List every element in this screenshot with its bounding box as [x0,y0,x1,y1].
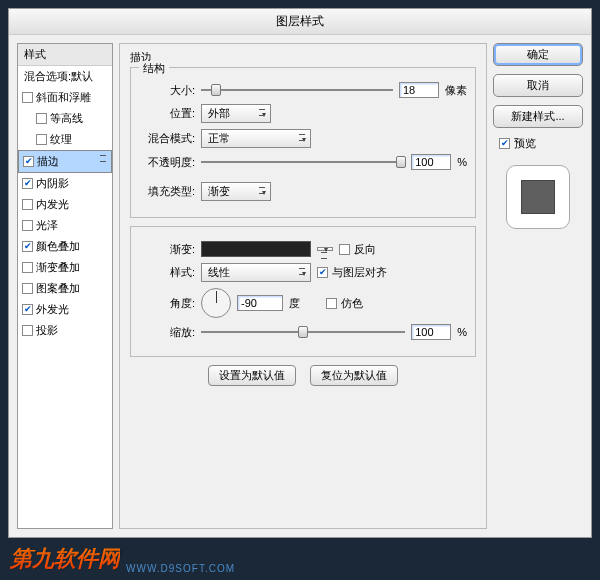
opacity-slider[interactable] [201,155,405,169]
sidebar-item[interactable]: 图案叠加 [18,278,112,299]
blendmode-select[interactable]: 正常▾ [201,129,311,148]
structure-legend: 结构 [139,61,169,76]
ok-button[interactable]: 确定 [493,43,583,66]
sidebar-item[interactable]: 外发光 [18,299,112,320]
angle-unit: 度 [289,296,300,311]
blendmode-label: 混合模式: [139,131,195,146]
dither-checkbox[interactable]: 仿色 [326,296,363,311]
size-label: 大小: [139,83,195,98]
align-checkbox[interactable]: 与图层对齐 [317,265,387,280]
angle-dial[interactable] [201,288,231,318]
preview-checkbox[interactable]: 预览 [499,136,583,151]
size-slider[interactable] [201,83,393,97]
styles-sidebar: 样式 混合选项:默认 斜面和浮雕等高线纹理描边内阴影内发光光泽颜色叠加渐变叠加图… [17,43,113,529]
preview-square-icon [521,180,555,214]
sidebar-item-label: 颜色叠加 [36,239,80,254]
opacity-unit: % [457,156,467,168]
opacity-input[interactable]: 100 [411,154,451,170]
make-default-button[interactable]: 设置为默认值 [208,365,296,386]
position-label: 位置: [139,106,195,121]
sidebar-item[interactable]: 渐变叠加 [18,257,112,278]
scale-unit: % [457,326,467,338]
position-select[interactable]: 外部▾ [201,104,271,123]
sidebar-item-label: 纹理 [50,132,72,147]
sidebar-item[interactable]: 描边 [18,150,112,173]
align-chk-box [317,267,328,278]
checkbox-icon [22,304,33,315]
scale-label: 缩放: [139,325,195,340]
style-label: 样式: [139,265,195,280]
new-style-button[interactable]: 新建样式... [493,105,583,128]
sidebar-item[interactable]: 纹理 [18,129,112,150]
preview-chk-box [499,138,510,149]
gradient-label: 渐变: [139,242,195,257]
stroke-panel: 描边 结构 大小: 18 像素 位置: 外部▾ 混合模式: 正 [119,43,487,529]
sidebar-item[interactable]: 等高线 [18,108,112,129]
dialog-title: 图层样式 [9,9,591,35]
checkbox-icon [22,178,33,189]
angle-label: 角度: [139,296,195,311]
style-select[interactable]: 线性▾ [201,263,311,282]
preview-swatch [506,165,570,229]
sidebar-item-label: 等高线 [50,111,83,126]
gradient-dropdown[interactable]: ▾ [317,247,333,251]
sidebar-item-label: 投影 [36,323,58,338]
sidebar-item[interactable]: 内阴影 [18,173,112,194]
reset-default-button[interactable]: 复位为默认值 [310,365,398,386]
sidebar-item[interactable]: 光泽 [18,215,112,236]
watermark: 第九软件网 WWW.D9SOFT.COM [10,544,235,574]
checkbox-icon [22,283,33,294]
checkbox-icon [36,113,47,124]
sidebar-item-label: 光泽 [36,218,58,233]
cancel-button[interactable]: 取消 [493,74,583,97]
sidebar-item-label: 外发光 [36,302,69,317]
checkbox-icon [22,262,33,273]
checkbox-icon [22,241,33,252]
size-input[interactable]: 18 [399,82,439,98]
sidebar-item[interactable]: 颜色叠加 [18,236,112,257]
panel-title: 描边 [130,50,476,65]
checkbox-icon [22,199,33,210]
watermark-en: WWW.D9SOFT.COM [126,563,235,574]
fill-group: 渐变: ▾ 反向 样式: 线性▾ 与图层对齐 [130,226,476,357]
dither-chk-box [326,298,337,309]
angle-input[interactable]: -90 [237,295,283,311]
size-unit: 像素 [445,83,467,98]
reverse-checkbox[interactable]: 反向 [339,242,376,257]
sidebar-item-label: 内阴影 [36,176,69,191]
scale-slider[interactable] [201,325,405,339]
checkbox-icon [23,156,34,167]
sidebar-item-label: 斜面和浮雕 [36,90,91,105]
sidebar-blend-options[interactable]: 混合选项:默认 [18,66,112,87]
reverse-chk-box [339,244,350,255]
structure-group: 结构 大小: 18 像素 位置: 外部▾ 混合模式: 正常▾ [130,67,476,218]
sidebar-item[interactable]: 投影 [18,320,112,341]
checkbox-icon [22,220,33,231]
dialog-right-column: 确定 取消 新建样式... 预览 [493,43,583,529]
scale-input[interactable]: 100 [411,324,451,340]
filltype-label: 填充类型: [139,184,195,199]
sidebar-item-label: 图案叠加 [36,281,80,296]
layer-style-dialog: 图层样式 样式 混合选项:默认 斜面和浮雕等高线纹理描边内阴影内发光光泽颜色叠加… [8,8,592,538]
sidebar-item[interactable]: 斜面和浮雕 [18,87,112,108]
sidebar-item-label: 描边 [37,154,59,169]
sidebar-item-label: 渐变叠加 [36,260,80,275]
sidebar-item-label: 内发光 [36,197,69,212]
sidebar-header[interactable]: 样式 [18,44,112,66]
watermark-cn: 第九软件网 [10,544,120,574]
checkbox-icon [22,92,33,103]
gradient-preview[interactable] [201,241,311,257]
filltype-select[interactable]: 渐变▾ [201,182,271,201]
checkbox-icon [22,325,33,336]
checkbox-icon [36,134,47,145]
sidebar-item[interactable]: 内发光 [18,194,112,215]
opacity-label: 不透明度: [139,155,195,170]
